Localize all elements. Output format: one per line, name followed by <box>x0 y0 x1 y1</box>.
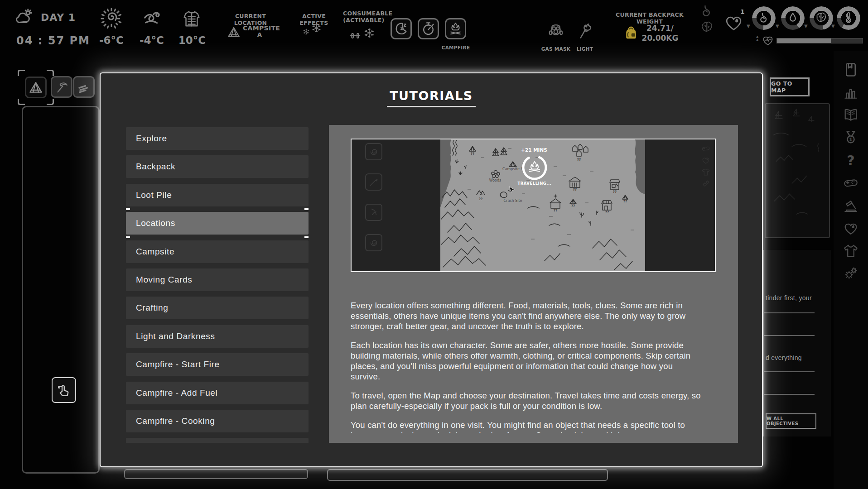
minimap-panel <box>765 103 830 238</box>
tab-mining[interactable] <box>51 76 72 98</box>
pills-icon[interactable] <box>843 175 859 191</box>
tutorial-topic-label: Campfire - Cooking <box>136 416 215 426</box>
hunger-icon <box>757 11 771 25</box>
tab-campsite[interactable] <box>22 73 50 101</box>
tutorial-topic-item[interactable]: Campfire - Add Fuel <box>126 382 309 404</box>
help-icon[interactable]: ? <box>843 152 859 168</box>
gauge-drop-indicator: ▼ <box>831 24 835 29</box>
go-to-map-label: GO TO MAP <box>771 80 808 94</box>
tutorial-topic-item[interactable]: Backpack <box>126 155 309 178</box>
sun-icon <box>99 6 124 31</box>
tutorial-topic-item-partial[interactable] <box>126 438 309 443</box>
tutorial-topic-item[interactable]: Campsite <box>126 240 309 263</box>
clothing-icon[interactable] <box>843 243 859 259</box>
bottom-panel-edge <box>327 469 608 481</box>
buff-count-badge: 1 <box>740 8 745 15</box>
tutorials-modal: TUTORIALS ExploreBackpackLoot PileLocati… <box>101 73 762 466</box>
tutorial-topic-item[interactable]: Crafting <box>126 297 309 319</box>
tutorial-text-line: places, and you'll miss powerful equipme… <box>351 361 716 371</box>
selection-bracket <box>304 231 309 238</box>
tutorial-topic-label: Light and Darkness <box>136 331 215 341</box>
tutorial-text-line: essentials, others have unique items you… <box>351 311 716 321</box>
hydration-gauge: ▼ <box>781 6 805 30</box>
tutorial-topic-list: ExploreBackpackLoot PileLocationsCampsit… <box>126 127 309 443</box>
tutorial-topic-label: Explore <box>136 134 167 144</box>
settings-icon[interactable] <box>843 265 859 282</box>
campfire-icon <box>448 21 463 36</box>
light-torch-icon[interactable] <box>574 18 594 42</box>
tutorial-image-frame: Campsite A Woods Crash Site ?? ?? ?? ?? … <box>351 139 716 272</box>
travelling-spinner: +21 MINS TRAVELLING... <box>517 147 551 186</box>
svg-text:??: ?? <box>623 199 627 203</box>
stopwatch-icon <box>421 21 436 36</box>
swipe-hint-box[interactable] <box>52 377 76 403</box>
svg-text:??: ?? <box>554 208 558 212</box>
slot-item-icon <box>368 146 380 158</box>
health-arrows: ▲▲ <box>756 35 758 42</box>
screenshot-left-sidebar <box>365 143 382 264</box>
tutorial-topic-item[interactable]: Light and Darkness <box>126 325 309 348</box>
map-label-woods: Woods <box>489 178 501 182</box>
stats-icon[interactable] <box>843 84 859 101</box>
go-to-map-button[interactable]: GO TO MAP <box>770 77 810 96</box>
tutorial-topic-item[interactable]: Campfire - Cooking <box>126 410 309 432</box>
tutorial-topic-label: Backpack <box>136 162 175 172</box>
light-label: LIGHT <box>575 46 594 53</box>
tutorial-topic-label: Campfire - Add Fuel <box>136 388 217 398</box>
health-bar-fill <box>777 38 831 43</box>
tutorial-topic-item[interactable]: Explore <box>126 127 309 150</box>
objectives-panel <box>763 250 831 436</box>
repair-icon[interactable] <box>843 197 859 214</box>
tutorial-text-line: You can't do everything in one visit. Yo… <box>351 420 716 430</box>
svg-text:??: ?? <box>479 197 483 201</box>
current-location-value: CAMPSITE A <box>243 25 276 38</box>
bottom-panel-edge <box>124 469 308 479</box>
svg-text:1: 1 <box>849 137 853 143</box>
tutorial-topic-item[interactable]: Moving Cards <box>126 268 309 291</box>
tutorial-topic-item[interactable]: Locations <box>126 212 309 235</box>
snowflake-icon <box>311 23 322 33</box>
tent-tab-icon <box>29 80 43 95</box>
svg-text:??: ?? <box>471 152 475 156</box>
medal-icon[interactable]: 1 <box>843 129 859 146</box>
health-icon[interactable] <box>843 220 859 236</box>
tutorial-topic-label: Locations <box>136 218 175 228</box>
sanity-icon <box>815 11 828 25</box>
jacket-icon <box>181 6 202 32</box>
tutorial-topic-item[interactable]: Loot Pile <box>126 184 309 206</box>
gauge-drop-indicator: ▼ <box>804 24 808 29</box>
tab-wood[interactable] <box>73 76 95 98</box>
wait-timer-button[interactable] <box>418 18 439 39</box>
tutorial-text-line: Each location has its own character. Som… <box>351 340 716 350</box>
gas-mask-icon[interactable] <box>546 20 565 42</box>
slot-item-icon <box>368 176 380 188</box>
slot-item-icon <box>368 237 380 249</box>
journal-icon[interactable] <box>843 62 859 78</box>
warmth-gauge: ▼ <box>837 6 860 30</box>
view-all-objectives-button[interactable]: W ALL OBJECTIVES <box>766 413 816 429</box>
selection-bracket <box>304 208 309 216</box>
tutorial-topic-label: Campfire - Start Fire <box>136 360 220 369</box>
slot-item-icon <box>368 206 380 218</box>
travelling-label: TRAVELLING... <box>517 181 551 186</box>
right-icon-strip: 1? <box>843 62 859 288</box>
clock-time: 04 : 57 PM <box>16 34 90 47</box>
pickaxe-icon <box>54 80 69 94</box>
gauge-drop-indicator: ▼ <box>776 24 779 29</box>
body-temp: 10°C <box>178 34 207 46</box>
svg-text:??: ?? <box>571 204 575 208</box>
tutorial-text-line: stronger, craft better gear, and uncover… <box>351 321 716 331</box>
sleep-button[interactable] <box>391 18 412 39</box>
map-label-campsite: Campsite A <box>502 167 523 171</box>
tutorial-text-line: building materials, while others offer w… <box>351 350 716 361</box>
tutorial-text-line: interact, or a lock you don't have the k… <box>351 430 716 433</box>
tutorial-paragraph: You can't do everything in one visit. Yo… <box>351 420 716 433</box>
wind-icon <box>141 9 163 30</box>
backpack-current-weight: 24.71/ <box>642 24 678 33</box>
tutorial-topic-item[interactable]: Campfire - Start Fire <box>126 353 309 376</box>
heart-ecg-icon <box>761 34 775 47</box>
sanity-gauge: ▼ <box>810 6 833 30</box>
book-icon[interactable] <box>843 107 859 123</box>
campfire-button[interactable] <box>445 18 466 39</box>
left-panel <box>22 106 100 474</box>
